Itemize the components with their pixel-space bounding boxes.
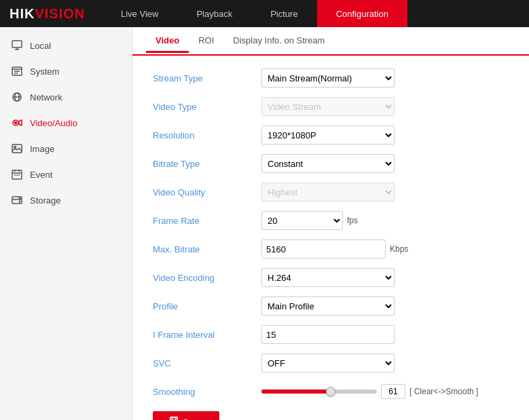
tab-video[interactable]: Video xyxy=(146,30,189,53)
video-quality-select[interactable]: Highest xyxy=(261,183,395,202)
profile-control: Baseline Profile Main Profile High Profi… xyxy=(261,297,395,316)
frame-rate-row: Frame Rate 20 25 30 15 fps xyxy=(153,210,509,231)
resolution-row: Resolution 1920*1080P 1280*720P 640*480 xyxy=(153,125,509,145)
svg-rect-0 xyxy=(12,41,22,47)
stream-type-select[interactable]: Main Stream(Normal) Sub Stream Third Str… xyxy=(261,69,395,88)
nav-live-view[interactable]: Live View xyxy=(102,0,177,27)
sidebar-item-event[interactable]: Event xyxy=(0,161,132,187)
monitor-icon xyxy=(11,39,23,52)
video-type-control: Video Stream xyxy=(261,97,395,116)
logo-text: HIKVISION xyxy=(10,6,85,22)
video-encoding-label: Video Encoding xyxy=(153,273,261,283)
save-label: Save xyxy=(183,417,203,420)
max-bitrate-input[interactable] xyxy=(261,240,386,259)
video-quality-row: Video Quality Highest xyxy=(153,182,509,202)
max-bitrate-control: Kbps xyxy=(261,240,408,259)
tab-display-info[interactable]: Display Info. on Stream xyxy=(223,30,334,53)
sidebar-item-video-audio[interactable]: Video/Audio xyxy=(0,110,132,136)
svg-point-13 xyxy=(14,147,16,149)
smoothing-row: Smoothing 61 [ Clear<->Smooth ] xyxy=(153,381,509,402)
i-frame-label: I Frame Interval xyxy=(153,330,261,340)
svc-select[interactable]: OFF ON xyxy=(261,354,395,373)
resolution-label: Resolution xyxy=(153,130,261,140)
layout: Local System Network xyxy=(0,27,529,420)
sidebar: Local System Network xyxy=(0,27,132,420)
sidebar-label-network: Network xyxy=(30,92,62,102)
nav-playback[interactable]: Playback xyxy=(177,0,251,27)
max-bitrate-label: Max. Bitrate xyxy=(153,244,261,254)
sidebar-item-network[interactable]: Network xyxy=(0,84,132,110)
save-button[interactable]: Save xyxy=(153,411,219,420)
svc-control: OFF ON xyxy=(261,354,395,373)
sidebar-label-video-audio: Video/Audio xyxy=(30,118,77,128)
profile-label: Profile xyxy=(153,301,261,311)
main-content: Video ROI Display Info. on Stream Stream… xyxy=(132,27,529,420)
save-icon xyxy=(169,417,179,420)
nav-configuration[interactable]: Configuration xyxy=(317,0,407,27)
sidebar-label-event: Event xyxy=(30,170,52,180)
svc-row: SVC OFF ON xyxy=(153,353,509,373)
sidebar-item-image[interactable]: Image xyxy=(0,136,132,161)
form-section: Stream Type Main Stream(Normal) Sub Stre… xyxy=(132,56,529,420)
sidebar-label-image: Image xyxy=(30,144,54,154)
top-nav: HIKVISION Live View Playback Picture Con… xyxy=(0,0,529,27)
i-frame-control xyxy=(261,325,395,344)
i-frame-input[interactable] xyxy=(261,325,395,344)
max-bitrate-unit: Kbps xyxy=(390,244,408,254)
max-bitrate-row: Max. Bitrate Kbps xyxy=(153,239,509,259)
resolution-control: 1920*1080P 1280*720P 640*480 xyxy=(261,126,395,145)
system-icon xyxy=(11,65,23,77)
sidebar-label-system: System xyxy=(30,66,59,77)
smoothing-control: 61 [ Clear<->Smooth ] xyxy=(261,384,478,399)
profile-select[interactable]: Baseline Profile Main Profile High Profi… xyxy=(261,297,395,316)
nav-picture[interactable]: Picture xyxy=(251,0,316,27)
svc-label: SVC xyxy=(153,358,261,368)
logo: HIKVISION xyxy=(0,6,102,22)
video-quality-label: Video Quality xyxy=(153,187,261,197)
video-encoding-select[interactable]: H.264 H.265 MJPEG xyxy=(261,268,395,287)
i-frame-row: I Frame Interval xyxy=(153,324,509,345)
resolution-select[interactable]: 1920*1080P 1280*720P 640*480 xyxy=(261,126,395,145)
profile-row: Profile Baseline Profile Main Profile Hi… xyxy=(153,296,509,316)
sub-tabs: Video ROI Display Info. on Stream xyxy=(132,27,529,56)
stream-type-label: Stream Type xyxy=(153,73,261,83)
sidebar-label-storage: Storage xyxy=(30,195,61,206)
smoothing-desc: [ Clear<->Smooth ] xyxy=(409,387,478,396)
svg-rect-26 xyxy=(172,417,175,420)
video-type-row: Video Type Video Stream xyxy=(153,96,509,117)
svg-rect-12 xyxy=(12,145,22,153)
video-quality-control: Highest xyxy=(261,183,395,202)
smoothing-slider-thumb[interactable] xyxy=(326,387,335,396)
nav-items: Live View Playback Picture Configuration xyxy=(102,0,529,27)
video-encoding-control: H.264 H.265 MJPEG xyxy=(261,268,395,287)
bitrate-type-control: Constant Variable xyxy=(261,154,395,173)
frame-rate-select[interactable]: 20 25 30 15 xyxy=(261,211,343,230)
video-type-label: Video Type xyxy=(153,102,261,112)
smoothing-slider-track[interactable] xyxy=(261,389,377,394)
smoothing-value: 61 xyxy=(381,384,405,399)
image-icon xyxy=(11,142,23,155)
frame-rate-label: Frame Rate xyxy=(153,216,261,226)
network-icon xyxy=(11,91,23,103)
storage-icon xyxy=(11,194,23,206)
video-type-select[interactable]: Video Stream xyxy=(261,97,395,116)
svg-point-24 xyxy=(19,201,20,202)
frame-rate-control: 20 25 30 15 fps xyxy=(261,211,358,230)
video-audio-icon xyxy=(11,117,23,129)
logo-vision: VISION xyxy=(35,6,85,21)
frame-rate-unit: fps xyxy=(347,216,358,225)
event-icon xyxy=(11,168,23,180)
bitrate-type-label: Bitrate Type xyxy=(153,159,261,169)
sidebar-item-local[interactable]: Local xyxy=(0,33,132,58)
video-encoding-row: Video Encoding H.264 H.265 MJPEG xyxy=(153,267,509,288)
svg-point-23 xyxy=(19,197,20,199)
stream-type-row: Stream Type Main Stream(Normal) Sub Stre… xyxy=(153,68,509,88)
bitrate-type-select[interactable]: Constant Variable xyxy=(261,154,395,173)
smoothing-label: Smoothing xyxy=(153,387,261,397)
sidebar-item-system[interactable]: System xyxy=(0,58,132,84)
tab-roi[interactable]: ROI xyxy=(189,30,223,53)
sidebar-label-local: Local xyxy=(30,41,51,51)
bitrate-type-row: Bitrate Type Constant Variable xyxy=(153,153,509,174)
logo-hik: HIK xyxy=(10,6,35,21)
sidebar-item-storage[interactable]: Storage xyxy=(0,187,132,213)
